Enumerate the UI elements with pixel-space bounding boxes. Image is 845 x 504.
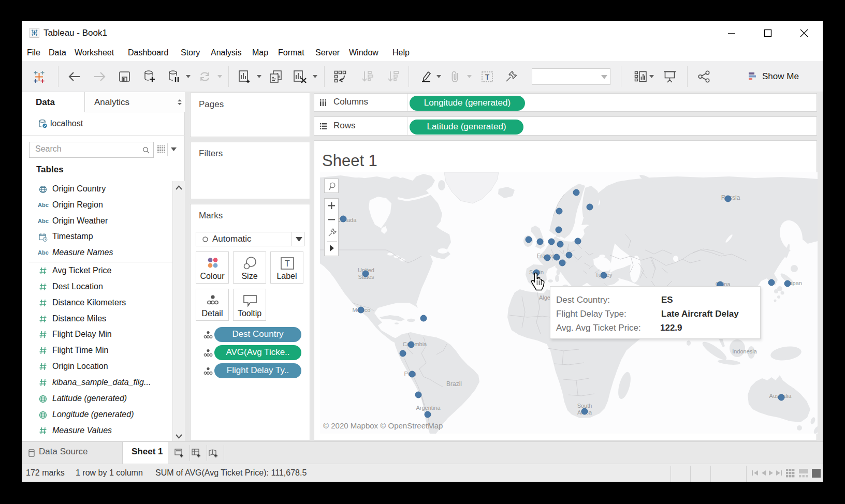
svg-text:South: South xyxy=(577,403,592,409)
svg-text:T: T xyxy=(285,259,290,268)
svg-text:Argentina: Argentina xyxy=(416,405,441,411)
svg-text:T: T xyxy=(485,73,490,81)
svg-text:Canada: Canada xyxy=(337,217,357,223)
svg-text:Brazil: Brazil xyxy=(446,380,462,388)
svg-text:Indonesia: Indonesia xyxy=(732,348,757,354)
svg-text:Colombia: Colombia xyxy=(403,341,427,347)
